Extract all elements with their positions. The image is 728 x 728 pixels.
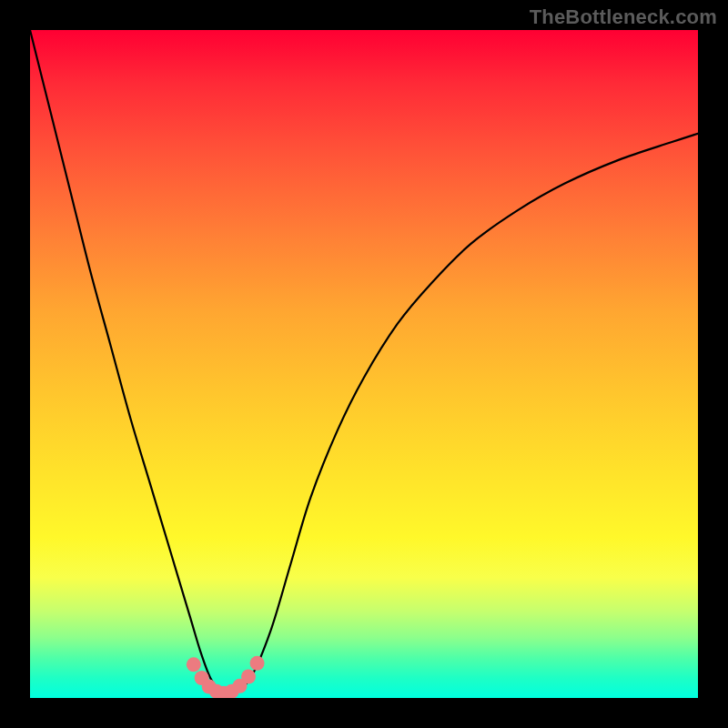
bottleneck-curve [30,30,698,697]
chart-frame: TheBottleneck.com [0,0,728,728]
curve-layer [30,30,698,698]
watermark-text: TheBottleneck.com [530,5,717,29]
plot-area [30,30,698,698]
valley-marker-group [187,656,265,698]
valley-dot [187,657,201,672]
valley-dot [241,670,256,684]
valley-dot [250,656,265,671]
